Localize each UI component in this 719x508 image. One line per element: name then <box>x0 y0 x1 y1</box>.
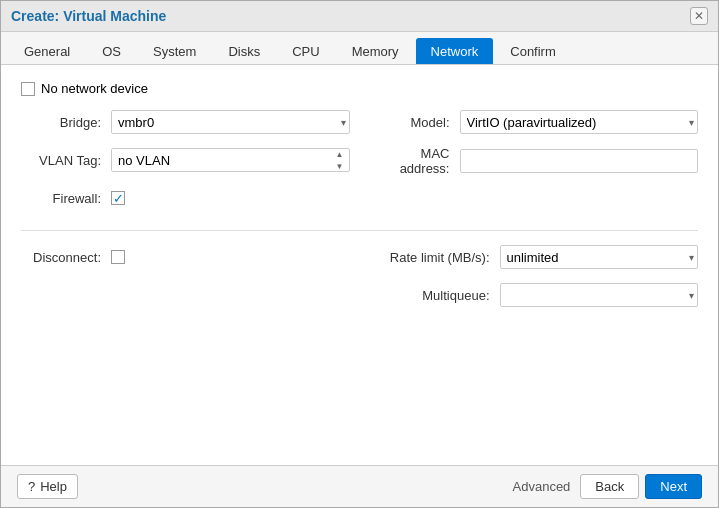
firewall-checkbox[interactable]: ✓ <box>111 191 125 205</box>
mac-address-control: auto <box>460 149 699 173</box>
help-button[interactable]: ? Help <box>17 474 78 499</box>
model-select-wrap: VirtIO (paravirtualized) ▾ <box>460 110 699 134</box>
close-button[interactable]: ✕ <box>690 7 708 25</box>
model-label: Model: <box>370 115 460 130</box>
no-network-checkbox[interactable] <box>21 82 35 96</box>
model-control: VirtIO (paravirtualized) ▾ <box>460 110 699 134</box>
title-bar: Create: Virtual Machine ✕ <box>1 1 718 32</box>
tab-general[interactable]: General <box>9 38 85 64</box>
dialog-title: Create: Virtual Machine <box>11 8 166 24</box>
no-network-label: No network device <box>41 81 148 96</box>
tab-memory[interactable]: Memory <box>337 38 414 64</box>
tab-cpu[interactable]: CPU <box>277 38 334 64</box>
next-button[interactable]: Next <box>645 474 702 499</box>
firewall-row: Firewall: ✓ <box>21 184 350 212</box>
vlan-tag-spinner-btns: ▲ ▼ <box>332 148 348 172</box>
mac-address-input[interactable]: auto <box>460 149 699 173</box>
tab-system[interactable]: System <box>138 38 211 64</box>
bridge-control: vmbr0 ▾ <box>111 110 350 134</box>
tab-confirm[interactable]: Confirm <box>495 38 571 64</box>
left-col-2: Disconnect: <box>21 243 350 319</box>
vlan-tag-control: ▲ ▼ <box>111 148 350 172</box>
vlan-tag-spinner: ▲ ▼ <box>111 148 350 172</box>
rate-limit-label: Rate limit (MB/s): <box>370 250 500 265</box>
bridge-select-wrap: vmbr0 ▾ <box>111 110 350 134</box>
back-button[interactable]: Back <box>580 474 639 499</box>
firewall-label: Firewall: <box>21 191 111 206</box>
vlan-tag-row: VLAN Tag: ▲ ▼ <box>21 146 350 174</box>
no-network-row: No network device <box>21 81 698 96</box>
vlan-tag-up-button[interactable]: ▲ <box>332 148 348 160</box>
form-section: Bridge: vmbr0 ▾ VLAN Tag: <box>21 108 698 222</box>
divider <box>21 230 698 231</box>
multiqueue-select-wrap: ▾ <box>500 283 699 307</box>
mac-address-row: MAC address: auto <box>370 146 699 176</box>
disconnect-control <box>111 250 350 264</box>
right-col-2: Rate limit (MB/s): unlimited ▾ Multiqueu… <box>370 243 699 319</box>
disconnect-row: Disconnect: <box>21 243 350 271</box>
footer-right: Advanced Back Next <box>513 474 702 499</box>
multiqueue-label: Multiqueue: <box>370 288 500 303</box>
multiqueue-select[interactable] <box>500 283 699 307</box>
advanced-label: Advanced <box>513 479 571 494</box>
disconnect-label: Disconnect: <box>21 250 111 265</box>
help-label: Help <box>40 479 67 494</box>
multiqueue-control: ▾ <box>500 283 699 307</box>
rate-limit-control: unlimited ▾ <box>500 245 699 269</box>
model-select[interactable]: VirtIO (paravirtualized) <box>460 110 699 134</box>
model-row: Model: VirtIO (paravirtualized) ▾ <box>370 108 699 136</box>
right-col: Model: VirtIO (paravirtualized) ▾ MAC ad… <box>370 108 699 222</box>
rate-limit-select[interactable]: unlimited <box>500 245 699 269</box>
rate-limit-row: Rate limit (MB/s): unlimited ▾ <box>370 243 699 271</box>
multiqueue-row: Multiqueue: ▾ <box>370 281 699 309</box>
vlan-tag-label: VLAN Tag: <box>21 153 111 168</box>
bridge-row: Bridge: vmbr0 ▾ <box>21 108 350 136</box>
help-icon: ? <box>28 479 35 494</box>
disconnect-checkbox[interactable] <box>111 250 125 264</box>
bridge-label: Bridge: <box>21 115 111 130</box>
create-vm-dialog: Create: Virtual Machine ✕ General OS Sys… <box>0 0 719 508</box>
second-form-section: Disconnect: Rate limit (MB/s): unlimited <box>21 243 698 319</box>
rate-limit-select-wrap: unlimited ▾ <box>500 245 699 269</box>
mac-address-label: MAC address: <box>370 146 460 176</box>
footer: ? Help Advanced Back Next <box>1 465 718 507</box>
tab-network[interactable]: Network <box>416 38 494 64</box>
firewall-control: ✓ <box>111 191 350 205</box>
bridge-select[interactable]: vmbr0 <box>111 110 350 134</box>
vlan-tag-input[interactable] <box>111 148 350 172</box>
tab-disks[interactable]: Disks <box>213 38 275 64</box>
left-col: Bridge: vmbr0 ▾ VLAN Tag: <box>21 108 350 222</box>
vlan-tag-down-button[interactable]: ▼ <box>332 160 348 172</box>
tab-os[interactable]: OS <box>87 38 136 64</box>
content-area: No network device Bridge: vmbr0 ▾ <box>1 65 718 465</box>
tab-bar: General OS System Disks CPU Memory Netwo… <box>1 32 718 65</box>
